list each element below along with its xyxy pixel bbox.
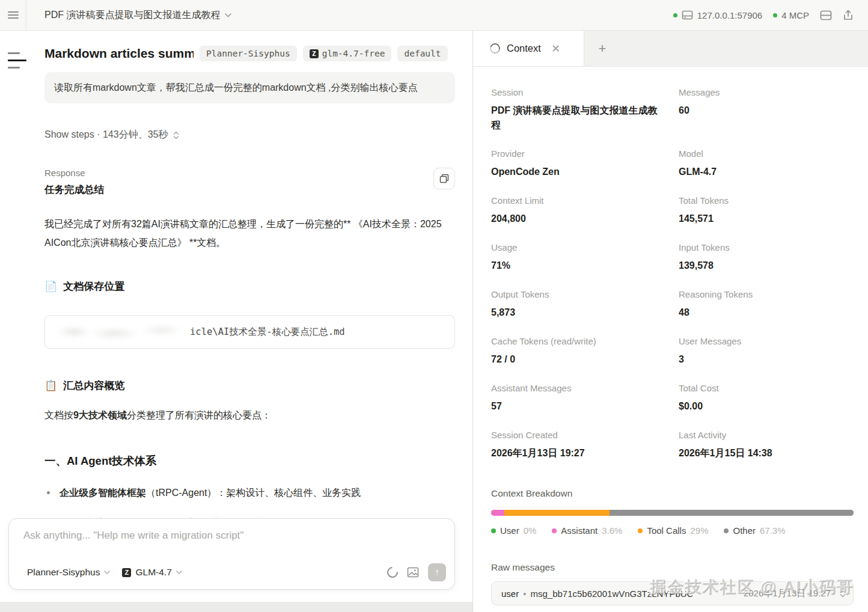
server-status-dot xyxy=(673,13,677,17)
raw-messages-title: Raw messages xyxy=(491,562,854,573)
stat-session: SessionPDF 演讲稿要点提取与图文报道生成教程 xyxy=(491,87,679,132)
split-panel-button[interactable] xyxy=(820,10,832,20)
model-badge[interactable]: Z glm-4.7-free xyxy=(303,46,392,61)
agent-badge[interactable]: Planner-Sisyphus xyxy=(200,46,297,61)
thread-list-icon[interactable] xyxy=(8,52,26,69)
legend-user: User 0% xyxy=(491,525,536,536)
doc-path-visible: icle\AI技术全景-核心要点汇总.md xyxy=(190,326,345,338)
legend-dot-icon xyxy=(491,528,496,533)
context-breakdown: Context Breakdown User 0% Assistant 3.6% xyxy=(491,488,854,536)
raw-message-row[interactable]: user • msg_bb71c5b62001wVnG3TzLNYPbUC...… xyxy=(491,581,854,605)
doc-location-heading: 📄 文档保存位置 xyxy=(44,280,455,293)
server-icon xyxy=(682,10,693,20)
doc-path[interactable]: icle\AI技术全景-核心要点汇总.md xyxy=(44,315,455,349)
tab-context[interactable]: Context ✕ xyxy=(473,31,584,66)
bullet-icon xyxy=(47,491,50,494)
close-tab-icon[interactable]: ✕ xyxy=(551,42,560,55)
legend-assistant: Assistant 3.6% xyxy=(552,525,622,536)
chevron-down-icon xyxy=(176,571,182,574)
breakdown-title: Context Breakdown xyxy=(491,488,854,499)
split-panel-icon xyxy=(820,10,832,20)
legend-tool-calls: Tool Calls 29% xyxy=(638,525,708,536)
mcp-label: 4 MCP xyxy=(781,10,809,20)
share-icon xyxy=(843,10,854,21)
stat-assistant-messages: Assistant Messages57 xyxy=(491,383,679,414)
user-prompt: 读取所有markdown文章，帮我汇总成一份完整的markdown文档 ,分类别… xyxy=(44,72,455,103)
thread-title: Markdown articles summa xyxy=(44,46,194,61)
copy-button[interactable] xyxy=(433,168,455,189)
document-icon: 📄 xyxy=(44,280,57,293)
mode-badge[interactable]: default xyxy=(397,46,447,61)
legend-dot-icon xyxy=(552,528,557,533)
send-button[interactable]: ↑ xyxy=(428,563,446,581)
overview-heading: 📋 汇总内容概览 xyxy=(44,379,455,393)
overview-intro: 文档按9大技术领域分类整理了所有演讲的核心要点： xyxy=(44,409,455,422)
chevrons-up-down-icon xyxy=(173,131,179,139)
session-title-dropdown[interactable]: PDF 演讲稿要点提取与图文报道生成教程 xyxy=(44,9,231,22)
breakdown-legend: User 0% Assistant 3.6% Tool Calls 29% Ot… xyxy=(491,525,854,536)
new-tab-button[interactable]: + xyxy=(584,31,620,66)
composer: Planner-Sisyphus Z GLM-4.7 ↑ xyxy=(8,518,455,590)
response-title: 任务完成总结 xyxy=(44,183,104,197)
stat-usage: Usage71% xyxy=(491,242,679,273)
legend-dot-icon xyxy=(638,528,643,533)
stat-provider: ProviderOpenCode Zen xyxy=(491,148,679,179)
zen-logo-icon: Z xyxy=(310,49,319,58)
stat-session-created: Session Created2026年1月13日 19:27 xyxy=(491,430,679,461)
stat-cache-tokens: Cache Tokens (read/write)72 / 0 xyxy=(491,336,679,367)
clipboard-icon: 📋 xyxy=(44,379,57,392)
legend-other: Other 67.3% xyxy=(724,525,785,536)
mcp-status[interactable]: 4 MCP xyxy=(773,10,809,20)
breakdown-bar xyxy=(491,510,854,516)
breakdown-segment-tool-calls xyxy=(504,510,610,516)
response-paragraph: 我已经完成了对所有32篇AI演讲稿文章的汇总整理，生成了一份完整的** 《AI技… xyxy=(44,215,455,252)
share-button[interactable] xyxy=(843,10,854,21)
stat-messages: Messages60 xyxy=(679,87,854,132)
mcp-status-dot xyxy=(773,13,777,17)
chevron-down-icon xyxy=(225,13,231,17)
composer-input[interactable] xyxy=(23,530,444,542)
session-stats-grid: SessionPDF 演讲稿要点提取与图文报道生成教程 Messages60 P… xyxy=(491,87,854,461)
server-address: 127.0.0.1:57906 xyxy=(697,10,762,20)
hamburger-icon xyxy=(8,10,19,20)
thread-header: Markdown articles summa Planner-Sisyphus… xyxy=(44,46,455,61)
page-bottom-strip xyxy=(0,602,472,612)
stat-total-cost: Total Cost$0.00 xyxy=(679,383,854,414)
breakdown-segment-assistant xyxy=(491,510,504,516)
stat-context-limit: Context Limit204,800 xyxy=(491,195,679,226)
stat-input-tokens: Input Tokens139,578 xyxy=(679,242,854,273)
breakdown-segment-other xyxy=(610,510,854,516)
redacted-path-blur xyxy=(53,324,189,340)
arrow-up-icon: ↑ xyxy=(435,567,439,578)
response-label: Response xyxy=(44,168,104,178)
copy-icon xyxy=(439,174,449,183)
show-steps-toggle[interactable]: Show steps · 143分钟、35秒 xyxy=(44,129,455,141)
top-bar: PDF 演讲稿要点提取与图文报道生成教程 127.0.0.1:57906 4 M… xyxy=(0,0,868,31)
sidebar-toggle-button[interactable] xyxy=(0,0,26,30)
session-title: PDF 演讲稿要点提取与图文报道生成教程 xyxy=(44,9,220,22)
stat-reasoning-tokens: Reasoning Tokens48 xyxy=(679,289,854,320)
stat-user-messages: User Messages3 xyxy=(679,336,854,367)
context-panel: Context ✕ + SessionPDF 演讲稿要点提取与图文报道生成教程 … xyxy=(473,31,868,612)
list-item: 企业级多智能体框架（tRPC-Agent）：架构设计、核心组件、业务实践 xyxy=(44,485,455,500)
model-selector[interactable]: Z GLM-4.7 xyxy=(118,565,185,580)
attach-image-icon[interactable] xyxy=(407,567,419,578)
legend-dot-icon xyxy=(724,528,729,533)
raw-messages: Raw messages user • msg_bb71c5b62001wVnG… xyxy=(491,562,854,612)
chevrons-up-down-icon xyxy=(840,589,846,598)
stat-total-tokens: Total Tokens145,571 xyxy=(679,195,854,226)
stat-last-activity: Last Activity2026年1月15日 14:38 xyxy=(679,430,854,461)
stat-model: ModelGLM-4.7 xyxy=(679,148,854,179)
section-heading: 一、AI Agent技术体系 xyxy=(44,453,455,468)
chevron-down-icon xyxy=(104,571,110,574)
server-status[interactable]: 127.0.0.1:57906 xyxy=(673,10,762,20)
agent-selector[interactable]: Planner-Sisyphus xyxy=(23,565,114,580)
working-spinner-icon xyxy=(385,565,400,580)
panel-tab-bar: Context ✕ + xyxy=(473,31,868,67)
conversation-panel: Markdown articles summa Planner-Sisyphus… xyxy=(0,31,473,612)
stat-output-tokens: Output Tokens5,873 xyxy=(491,289,679,320)
zen-logo-icon: Z xyxy=(122,568,131,577)
tab-spinner-icon xyxy=(488,41,502,55)
